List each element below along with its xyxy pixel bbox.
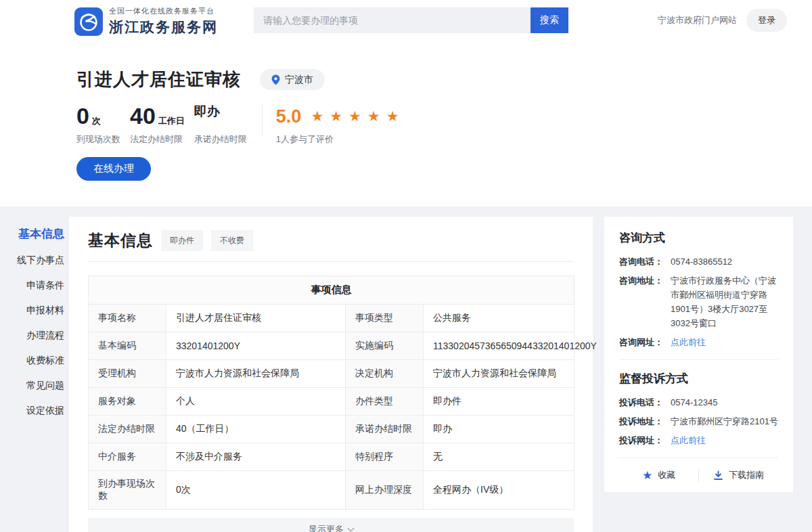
- rating-label: 1人参与了评价: [276, 133, 405, 146]
- location-badge[interactable]: 宁波市: [260, 69, 325, 90]
- complaint-address-label: 投诉地址：: [619, 414, 671, 428]
- download-guide-button[interactable]: 下载指南: [699, 469, 778, 481]
- favorite-star-icon: ★: [642, 470, 652, 481]
- favorite-button[interactable]: ★ 收藏: [619, 469, 698, 481]
- complaint-address-row: 投诉地址： 宁波市鄞州区宁穿路2101号: [619, 414, 778, 428]
- stat-visits: 0 次 到现场次数: [76, 103, 120, 146]
- table-row: 法定办结时限 40（工作日） 承诺办结时限 即办: [89, 416, 574, 443]
- side-nav: 基本信息 线下办事点 申请条件 申报材料 办理流程 收费标准 常见问题 设定依据: [0, 227, 64, 428]
- sidebar-item-process[interactable]: 办理流程: [0, 328, 64, 342]
- table-row: 事项名称 引进人才居住证审核 事项类型 公共服务: [89, 305, 574, 332]
- location-label: 宁波市: [285, 74, 313, 86]
- consult-web-label: 咨询网址：: [619, 335, 671, 349]
- header-right: 宁波市政府门户网站 登录: [658, 0, 787, 41]
- consult-address-row: 咨询地址： 宁波市行政服务中心（宁波市鄞州区福明街道宁穿路1901号）3楼大厅3…: [619, 273, 778, 330]
- contact-card: 咨询方式 咨询电话： 0574-83865512 咨询地址： 宁波市行政服务中心…: [604, 217, 793, 492]
- download-icon: [713, 470, 723, 481]
- sidebar-item-basic-info[interactable]: 基本信息: [0, 227, 64, 241]
- portal-link[interactable]: 宁波市政府门户网站: [658, 14, 737, 26]
- consult-heading: 咨询方式: [619, 230, 778, 246]
- cell-value: 无: [424, 443, 574, 471]
- cell-value: 个人: [166, 388, 346, 416]
- logo-swirl-icon: [74, 7, 103, 36]
- item-info-table: 事项信息 事项名称 引进人才居住证审核 事项类型 公共服务 基本编码 33201…: [88, 275, 574, 510]
- stats-row: 0 次 到现场次数 40 工作日 法定办结时限 即办 承诺办结时限 5.0 ★★…: [76, 103, 405, 146]
- login-button[interactable]: 登录: [746, 9, 787, 32]
- stat-visits-unit: 次: [92, 115, 101, 127]
- cell-value: 33201401200Y: [166, 332, 346, 360]
- cell-label: 中介服务: [89, 443, 166, 471]
- complaint-web-row: 投诉网址： 点此前往: [619, 433, 778, 447]
- cell-label: 事项类型: [346, 305, 424, 332]
- top-header: 全国一体化在线政务服务平台 浙江政务服务网 搜索 宁波市政府门户网站 登录: [0, 0, 812, 41]
- content-area: 基本信息 线下办事点 申请条件 申报材料 办理流程 收费标准 常见问题 设定依据…: [0, 206, 812, 532]
- section-heading: 基本信息: [88, 230, 153, 251]
- sidebar-item-offline-locations[interactable]: 线下办事点: [0, 253, 64, 267]
- tag-free: 不收费: [211, 230, 253, 251]
- download-label: 下载指南: [729, 469, 764, 481]
- table-row: 受理机构 宁波市人力资源和社会保障局 决定机构 宁波市人力资源和社会保障局: [89, 360, 574, 388]
- stat-legal-limit-unit: 工作日: [158, 115, 185, 127]
- cell-value: 即办件: [424, 388, 574, 416]
- cell-label: 网上办理深度: [346, 471, 424, 510]
- cell-value: 公共服务: [424, 305, 574, 332]
- stats-divider: [262, 104, 263, 137]
- cell-label: 决定机构: [346, 360, 424, 388]
- cell-value: 40（工作日）: [166, 416, 346, 443]
- tag-instant: 即办件: [161, 230, 203, 251]
- cell-label: 服务对象: [89, 388, 166, 416]
- online-apply-button[interactable]: 在线办理: [76, 157, 151, 181]
- complaint-phone-row: 投诉电话： 0574-12345: [619, 395, 778, 409]
- cell-label: 承诺办结时限: [346, 416, 424, 443]
- show-more-button[interactable]: 显示更多: [88, 518, 574, 532]
- table-row: 服务对象 个人 办件类型 即办件: [89, 388, 574, 416]
- stat-legal-limit-value: 40: [130, 103, 156, 129]
- stat-visits-value: 0: [76, 103, 89, 129]
- stat-legal-limit: 40 工作日 法定办结时限: [130, 103, 185, 146]
- sidebar-item-faq[interactable]: 常见问题: [0, 378, 64, 393]
- cell-value: 全程网办（IV级）: [424, 471, 574, 510]
- basic-info-card: 基本信息 即办件 不收费 事项信息 事项名称 引进人才居住证审核 事项类型 公共…: [69, 217, 593, 532]
- favorite-label: 收藏: [658, 469, 675, 481]
- location-pin-icon: [271, 74, 280, 85]
- complaint-phone-label: 投诉电话：: [619, 395, 671, 409]
- table-row: 中介服务 不涉及中介服务 特别程序 无: [89, 443, 574, 471]
- cell-value: 引进人才居住证审核: [166, 305, 346, 332]
- cell-value: 即办: [424, 416, 574, 443]
- consult-phone-value: 0574-83865512: [671, 254, 778, 269]
- logo-title: 浙江政务服务网: [109, 18, 218, 37]
- logo-tagline: 全国一体化在线政务服务平台: [109, 6, 218, 16]
- complaint-phone-value: 0574-12345: [671, 395, 778, 409]
- sidebar-item-legal-basis[interactable]: 设定依据: [0, 403, 64, 418]
- consult-web-row: 咨询网址： 点此前往: [619, 335, 778, 349]
- sidebar-item-fees[interactable]: 收费标准: [0, 353, 64, 368]
- cell-label: 法定办结时限: [89, 416, 166, 443]
- cell-value: 不涉及中介服务: [166, 443, 346, 471]
- stat-visits-label: 到现场次数: [76, 133, 120, 146]
- consult-web-link[interactable]: 点此前往: [671, 335, 706, 349]
- complaint-web-link[interactable]: 点此前往: [671, 433, 706, 447]
- cell-label: 到办事现场次数: [89, 471, 166, 510]
- chevron-down-icon: [348, 525, 355, 531]
- table-row: 基本编码 33201401200Y 实施编码 11330204573656509…: [89, 332, 574, 360]
- search-button[interactable]: 搜索: [531, 7, 568, 33]
- show-more-label: 显示更多: [309, 523, 344, 532]
- complaint-address-value: 宁波市鄞州区宁穿路2101号: [671, 414, 778, 428]
- search-input[interactable]: [254, 7, 531, 33]
- complaint-web-label: 投诉网址：: [619, 433, 671, 447]
- cell-value: 0次: [166, 471, 346, 510]
- heading-divider: [88, 261, 574, 262]
- cell-label: 受理机构: [89, 360, 166, 388]
- consult-phone-row: 咨询电话： 0574-83865512: [619, 254, 778, 269]
- rating-score: 5.0: [276, 106, 302, 127]
- aside-divider: [619, 458, 778, 458]
- cell-label: 特别程序: [346, 443, 424, 471]
- consult-address-label: 咨询地址：: [619, 273, 671, 330]
- cell-label: 实施编码: [346, 332, 424, 360]
- rating-stars-icon[interactable]: ★★★★★: [311, 108, 405, 125]
- sidebar-item-apply-conditions[interactable]: 申请条件: [0, 278, 64, 292]
- sidebar-item-materials[interactable]: 申报材料: [0, 303, 64, 317]
- site-logo[interactable]: 全国一体化在线政务服务平台 浙江政务服务网: [74, 6, 218, 37]
- consult-address-value: 宁波市行政服务中心（宁波市鄞州区福明街道宁穿路1901号）3楼大厅3027至30…: [671, 273, 778, 330]
- cell-value: 113302045736565094433201401200Y: [424, 332, 574, 360]
